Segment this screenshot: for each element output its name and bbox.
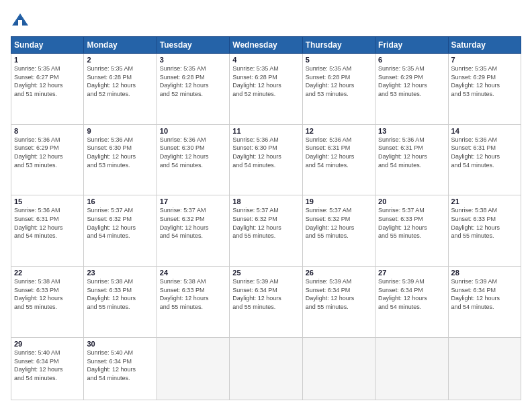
day-info: Sunrise: 5:38 AMSunset: 6:33 PMDaylight:… bbox=[451, 206, 518, 240]
calendar-header-row: SundayMondayTuesdayWednesdayThursdayFrid… bbox=[11, 37, 521, 54]
day-info: Sunrise: 5:38 AMSunset: 6:33 PMDaylight:… bbox=[160, 277, 226, 311]
calendar-cell: 21Sunrise: 5:38 AMSunset: 6:33 PMDayligh… bbox=[448, 195, 521, 267]
calendar-week-2: 8Sunrise: 5:36 AMSunset: 6:29 PMDaylight… bbox=[11, 124, 521, 195]
day-number: 15 bbox=[14, 197, 81, 205]
day-number: 23 bbox=[87, 269, 153, 277]
day-info: Sunrise: 5:37 AMSunset: 6:33 PMDaylight:… bbox=[378, 206, 445, 240]
day-number: 14 bbox=[451, 127, 518, 135]
calendar-cell: 28Sunrise: 5:39 AMSunset: 6:34 PMDayligh… bbox=[448, 267, 521, 338]
day-number: 25 bbox=[232, 269, 299, 277]
day-info: Sunrise: 5:37 AMSunset: 6:32 PMDaylight:… bbox=[232, 206, 299, 240]
calendar-cell: 10Sunrise: 5:36 AMSunset: 6:30 PMDayligh… bbox=[157, 124, 229, 195]
day-number: 2 bbox=[87, 56, 153, 64]
calendar-cell: 30Sunrise: 5:40 AMSunset: 6:34 PMDayligh… bbox=[84, 337, 157, 400]
calendar-cell: 23Sunrise: 5:38 AMSunset: 6:33 PMDayligh… bbox=[84, 267, 157, 338]
day-number: 29 bbox=[14, 340, 81, 348]
day-number: 21 bbox=[451, 197, 518, 205]
day-number: 27 bbox=[378, 269, 445, 277]
day-info: Sunrise: 5:36 AMSunset: 6:31 PMDaylight:… bbox=[14, 206, 81, 240]
day-number: 22 bbox=[14, 269, 81, 277]
day-info: Sunrise: 5:38 AMSunset: 6:33 PMDaylight:… bbox=[87, 277, 153, 311]
calendar-cell bbox=[448, 337, 521, 400]
calendar-cell: 7Sunrise: 5:35 AMSunset: 6:29 PMDaylight… bbox=[448, 54, 521, 125]
day-header-friday: Friday bbox=[375, 37, 448, 54]
day-number: 8 bbox=[14, 127, 81, 135]
day-number: 6 bbox=[378, 56, 445, 64]
calendar-cell: 15Sunrise: 5:36 AMSunset: 6:31 PMDayligh… bbox=[11, 195, 84, 267]
day-info: Sunrise: 5:40 AMSunset: 6:34 PMDaylight:… bbox=[87, 349, 153, 382]
day-info: Sunrise: 5:35 AMSunset: 6:29 PMDaylight:… bbox=[378, 64, 445, 98]
header bbox=[11, 11, 521, 30]
day-info: Sunrise: 5:36 AMSunset: 6:30 PMDaylight:… bbox=[87, 136, 153, 169]
calendar-cell: 11Sunrise: 5:36 AMSunset: 6:30 PMDayligh… bbox=[230, 124, 302, 195]
day-info: Sunrise: 5:35 AMSunset: 6:28 PMDaylight:… bbox=[232, 64, 299, 98]
day-header-thursday: Thursday bbox=[302, 37, 375, 54]
day-header-monday: Monday bbox=[84, 37, 157, 54]
day-number: 18 bbox=[232, 197, 299, 205]
day-header-sunday: Sunday bbox=[11, 37, 84, 54]
calendar-cell: 2Sunrise: 5:35 AMSunset: 6:28 PMDaylight… bbox=[84, 54, 157, 125]
logo-icon bbox=[11, 11, 30, 30]
day-info: Sunrise: 5:36 AMSunset: 6:31 PMDaylight:… bbox=[378, 136, 445, 169]
calendar-cell: 4Sunrise: 5:35 AMSunset: 6:28 PMDaylight… bbox=[230, 54, 302, 125]
day-info: Sunrise: 5:35 AMSunset: 6:29 PMDaylight:… bbox=[451, 64, 518, 98]
calendar-week-1: 1Sunrise: 5:35 AMSunset: 6:27 PMDaylight… bbox=[11, 54, 521, 125]
day-info: Sunrise: 5:35 AMSunset: 6:28 PMDaylight:… bbox=[306, 64, 372, 98]
calendar-cell: 27Sunrise: 5:39 AMSunset: 6:34 PMDayligh… bbox=[375, 267, 448, 338]
day-info: Sunrise: 5:36 AMSunset: 6:30 PMDaylight:… bbox=[160, 136, 226, 169]
calendar-cell: 25Sunrise: 5:39 AMSunset: 6:34 PMDayligh… bbox=[230, 267, 302, 338]
calendar-cell: 17Sunrise: 5:37 AMSunset: 6:32 PMDayligh… bbox=[157, 195, 229, 267]
calendar-cell: 6Sunrise: 5:35 AMSunset: 6:29 PMDaylight… bbox=[375, 54, 448, 125]
calendar-week-4: 22Sunrise: 5:38 AMSunset: 6:33 PMDayligh… bbox=[11, 267, 521, 338]
svg-rect-2 bbox=[18, 20, 22, 26]
day-number: 17 bbox=[160, 197, 226, 205]
day-number: 9 bbox=[87, 127, 153, 135]
day-info: Sunrise: 5:36 AMSunset: 6:31 PMDaylight:… bbox=[306, 136, 372, 169]
day-info: Sunrise: 5:36 AMSunset: 6:30 PMDaylight:… bbox=[232, 136, 299, 169]
calendar-cell: 20Sunrise: 5:37 AMSunset: 6:33 PMDayligh… bbox=[375, 195, 448, 267]
calendar-week-3: 15Sunrise: 5:36 AMSunset: 6:31 PMDayligh… bbox=[11, 195, 521, 267]
day-info: Sunrise: 5:38 AMSunset: 6:33 PMDaylight:… bbox=[14, 277, 81, 311]
day-number: 26 bbox=[306, 269, 372, 277]
day-info: Sunrise: 5:39 AMSunset: 6:34 PMDaylight:… bbox=[306, 277, 372, 311]
day-info: Sunrise: 5:35 AMSunset: 6:27 PMDaylight:… bbox=[14, 64, 81, 98]
day-number: 20 bbox=[378, 197, 445, 205]
day-info: Sunrise: 5:39 AMSunset: 6:34 PMDaylight:… bbox=[378, 277, 445, 311]
day-info: Sunrise: 5:37 AMSunset: 6:32 PMDaylight:… bbox=[87, 206, 153, 240]
calendar-cell: 5Sunrise: 5:35 AMSunset: 6:28 PMDaylight… bbox=[302, 54, 375, 125]
day-number: 5 bbox=[306, 56, 372, 64]
day-number: 3 bbox=[160, 56, 226, 64]
calendar-cell: 12Sunrise: 5:36 AMSunset: 6:31 PMDayligh… bbox=[302, 124, 375, 195]
calendar-cell: 26Sunrise: 5:39 AMSunset: 6:34 PMDayligh… bbox=[302, 267, 375, 338]
day-number: 13 bbox=[378, 127, 445, 135]
calendar-cell: 9Sunrise: 5:36 AMSunset: 6:30 PMDaylight… bbox=[84, 124, 157, 195]
calendar-cell: 29Sunrise: 5:40 AMSunset: 6:34 PMDayligh… bbox=[11, 337, 84, 400]
day-number: 7 bbox=[451, 56, 518, 64]
calendar-cell: 22Sunrise: 5:38 AMSunset: 6:33 PMDayligh… bbox=[11, 267, 84, 338]
day-number: 4 bbox=[232, 56, 299, 64]
day-number: 1 bbox=[14, 56, 81, 64]
day-number: 12 bbox=[306, 127, 372, 135]
calendar-cell bbox=[375, 337, 448, 400]
calendar-week-5: 29Sunrise: 5:40 AMSunset: 6:34 PMDayligh… bbox=[11, 337, 521, 400]
day-info: Sunrise: 5:37 AMSunset: 6:32 PMDaylight:… bbox=[160, 206, 226, 240]
calendar-table: SundayMondayTuesdayWednesdayThursdayFrid… bbox=[11, 36, 521, 400]
page: SundayMondayTuesdayWednesdayThursdayFrid… bbox=[0, 0, 532, 411]
calendar-cell bbox=[302, 337, 375, 400]
day-info: Sunrise: 5:39 AMSunset: 6:34 PMDaylight:… bbox=[232, 277, 299, 311]
calendar-cell: 3Sunrise: 5:35 AMSunset: 6:28 PMDaylight… bbox=[157, 54, 229, 125]
day-number: 16 bbox=[87, 197, 153, 205]
calendar-cell: 16Sunrise: 5:37 AMSunset: 6:32 PMDayligh… bbox=[84, 195, 157, 267]
day-info: Sunrise: 5:40 AMSunset: 6:34 PMDaylight:… bbox=[14, 349, 81, 382]
logo bbox=[11, 11, 32, 30]
calendar-cell: 24Sunrise: 5:38 AMSunset: 6:33 PMDayligh… bbox=[157, 267, 229, 338]
day-number: 19 bbox=[306, 197, 372, 205]
day-header-tuesday: Tuesday bbox=[157, 37, 229, 54]
day-info: Sunrise: 5:35 AMSunset: 6:28 PMDaylight:… bbox=[160, 64, 226, 98]
day-info: Sunrise: 5:36 AMSunset: 6:31 PMDaylight:… bbox=[451, 136, 518, 169]
calendar-cell: 14Sunrise: 5:36 AMSunset: 6:31 PMDayligh… bbox=[448, 124, 521, 195]
day-info: Sunrise: 5:37 AMSunset: 6:32 PMDaylight:… bbox=[306, 206, 372, 240]
day-info: Sunrise: 5:35 AMSunset: 6:28 PMDaylight:… bbox=[87, 64, 153, 98]
day-number: 28 bbox=[451, 269, 518, 277]
calendar-cell bbox=[157, 337, 229, 400]
